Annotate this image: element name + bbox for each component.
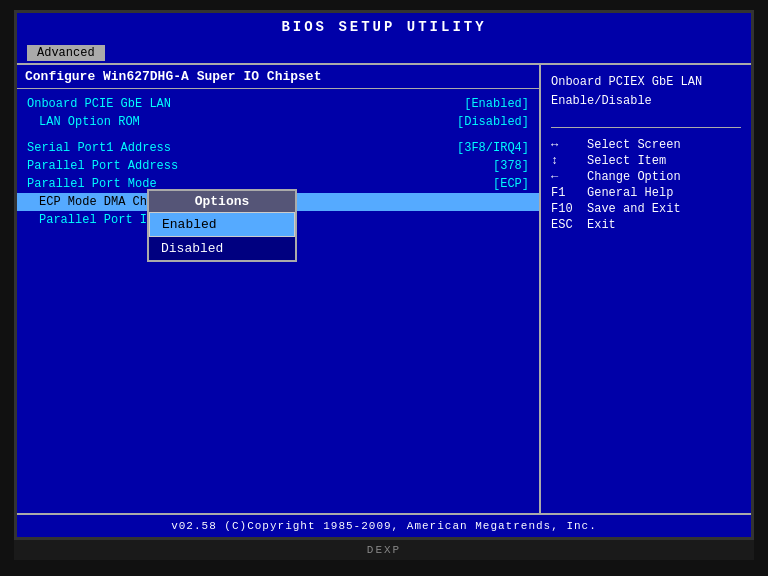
hotkey-row-select-screen: ↔ Select Screen <box>551 138 741 152</box>
options-popup: Options Enabled Disabled <box>147 189 297 262</box>
divider <box>551 127 741 128</box>
label-exit: Exit <box>587 218 616 232</box>
tab-advanced[interactable]: Advanced <box>27 45 105 61</box>
menu-row-parallel-port-addr[interactable]: Parallel Port Address [378] <box>17 157 539 175</box>
right-panel: Onboard PCIEX GbE LANEnable/Disable ↔ Se… <box>541 65 751 513</box>
popup-item-enabled[interactable]: Enabled <box>149 212 295 237</box>
hotkey-row-esc: ESC Exit <box>551 218 741 232</box>
hotkey-row-f10: F10 Save and Exit <box>551 202 741 216</box>
parallel-port-mode-label: Parallel Port Mode <box>27 177 157 191</box>
menu-row-serial-port[interactable]: Serial Port1 Address [3F8/IRQ4] <box>17 139 539 157</box>
menu-row-onboard-pcie[interactable]: Onboard PCIE GbE LAN [Enabled] <box>17 95 539 113</box>
parallel-irq-label: Parallel Port IRQ <box>39 213 161 227</box>
onboard-pcie-label: Onboard PCIE GbE LAN <box>27 97 171 111</box>
footer: v02.58 (C)Copyright 1985-2009, American … <box>17 513 751 537</box>
parallel-port-addr-label: Parallel Port Address <box>27 159 178 173</box>
parallel-port-addr-value: [378] <box>493 159 529 173</box>
monitor-brand: DEXP <box>14 540 754 560</box>
label-change-option: Change Option <box>587 170 681 184</box>
lan-option-rom-label: LAN Option ROM <box>39 115 140 129</box>
key-arrows-lr: ↔ <box>551 138 581 152</box>
hotkey-row-select-item: ↕ Select Item <box>551 154 741 168</box>
key-arrow-left: ← <box>551 170 581 184</box>
menu-row-lan-option-rom[interactable]: LAN Option ROM [Disabled] <box>17 113 539 131</box>
label-select-item: Select Item <box>587 154 666 168</box>
serial-port-label: Serial Port1 Address <box>27 141 171 155</box>
help-text: Onboard PCIEX GbE LANEnable/Disable <box>551 73 741 111</box>
lan-option-rom-value: [Disabled] <box>457 115 529 129</box>
onboard-pcie-value: [Enabled] <box>464 97 529 111</box>
label-save-exit: Save and Exit <box>587 202 681 216</box>
popup-title: Options <box>149 191 295 212</box>
label-select-screen: Select Screen <box>587 138 681 152</box>
key-f10: F10 <box>551 202 581 216</box>
hotkey-row-change-option: ← Change Option <box>551 170 741 184</box>
hotkeys: ↔ Select Screen ↕ Select Item ← Change O… <box>551 138 741 232</box>
label-general-help: General Help <box>587 186 673 200</box>
key-f1: F1 <box>551 186 581 200</box>
hotkey-row-f1: F1 General Help <box>551 186 741 200</box>
popup-item-disabled[interactable]: Disabled <box>149 237 295 260</box>
menu-items: Onboard PCIE GbE LAN [Enabled] LAN Optio… <box>17 89 539 513</box>
tab-bar: Advanced <box>17 41 751 63</box>
parallel-port-mode-value: [ECP] <box>493 177 529 191</box>
serial-port-value: [3F8/IRQ4] <box>457 141 529 155</box>
bios-title: BIOS SETUP UTILITY <box>17 13 751 41</box>
key-esc: ESC <box>551 218 581 232</box>
key-arrows-ud: ↕ <box>551 154 581 168</box>
section-header: Configure Win627DHG-A Super IO Chipset <box>17 65 539 89</box>
